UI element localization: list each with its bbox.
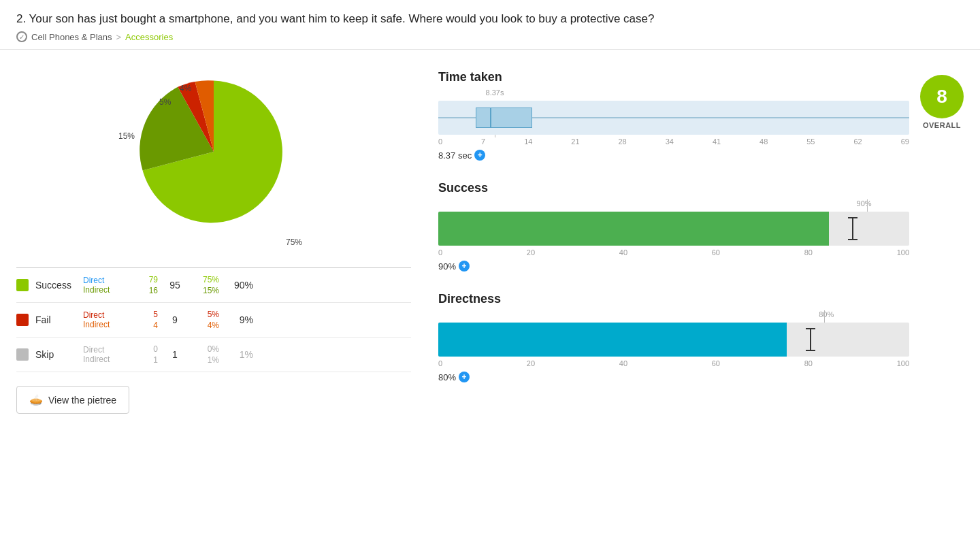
success-counts: 79 16 [137, 275, 158, 295]
directness-axis: 020406080100 [438, 359, 909, 367]
success-color-box [16, 279, 29, 291]
time-axis: 07142128344148556269 [438, 137, 909, 146]
pie-label-75pct: 75% [286, 237, 302, 247]
time-box-plot [438, 101, 909, 135]
skip-total: 1 [165, 349, 185, 360]
page: 2. Your son has just bought a smartphone… [0, 0, 980, 558]
pie-label-5pct: 5% [159, 97, 171, 107]
overall-label: OVERALL [923, 121, 961, 129]
success-label: Success [35, 280, 76, 291]
breadcrumb-active[interactable]: Accessories [125, 32, 173, 42]
directness-section: Directness 80% [438, 292, 909, 382]
fail-total: 9 [165, 314, 185, 325]
right-panel: Time taken 8.37s [438, 63, 964, 414]
skip-indirect-count: 1 [137, 355, 158, 365]
time-annotation-label: 8.37s [486, 88, 504, 97]
directness-value: 80% + [438, 372, 909, 382]
success-annotation: 90% [857, 199, 872, 208]
success-direct-count: 79 [137, 275, 158, 284]
breadcrumb-check-icon: ✓ [16, 31, 27, 42]
fail-indirect-pct: 4% [192, 321, 219, 330]
question-title: 2. Your son has just bought a smartphone… [16, 12, 964, 26]
stats-table: Success Direct Indirect 79 16 95 75% 15%… [16, 267, 411, 372]
stats-row-skip: Skip Direct Indirect 0 1 1 0% 1% 1% [16, 338, 411, 372]
success-axis: 020406080100 [438, 248, 909, 257]
directness-value-text: 80% [438, 372, 456, 382]
iqr-box [476, 108, 532, 128]
overall-value: 8 [936, 86, 947, 108]
skip-total-pct: 1% [226, 349, 253, 360]
fail-pcts: 5% 4% [192, 310, 219, 330]
time-value-text: 8.37 sec [438, 150, 472, 161]
time-taken-section: Time taken 8.37s [438, 70, 909, 161]
directness-error-line [810, 329, 811, 350]
error-bar-bottom-cap [848, 239, 858, 240]
directness-error-bottom-cap [806, 350, 815, 351]
fail-direct-label: Direct [83, 310, 131, 320]
success-error-bar [848, 217, 858, 240]
success-bar-fill [438, 212, 829, 246]
fail-total-pct: 9% [226, 314, 253, 325]
success-bar-chart [438, 212, 909, 246]
success-pcts: 75% 15% [192, 275, 219, 295]
fail-color-box [16, 314, 29, 326]
pietree-button-label: View the pietree [48, 395, 116, 406]
directness-bar-fill [438, 323, 787, 357]
fail-indirect-count: 4 [137, 321, 158, 330]
overall-circle: 8 [920, 75, 964, 118]
skip-direct-pct: 0% [192, 344, 219, 354]
time-value: 8.37 sec + [438, 150, 909, 161]
skip-indirect-label: Indirect [83, 355, 131, 364]
view-pietree-button[interactable]: 🥧 View the pietree [16, 386, 129, 414]
skip-direct-indirect: Direct Indirect [83, 345, 131, 364]
stats-row-success: Success Direct Indirect 79 16 95 75% 15%… [16, 268, 411, 303]
success-value: 90% + [438, 261, 909, 272]
fail-direct-indirect: Direct Indirect [83, 310, 131, 329]
pietree-icon: 🥧 [29, 393, 43, 406]
directness-title: Directness [438, 292, 909, 306]
left-panel: 4% 5% 15% 75% [16, 63, 411, 414]
success-total-pct: 90% [226, 280, 253, 291]
median-line [490, 108, 491, 128]
overall-badge: 8 OVERALL [920, 75, 964, 129]
pie-label-4pct: 4% [180, 84, 191, 93]
success-indirect-count: 16 [137, 286, 158, 295]
success-indirect-label: Indirect [83, 285, 131, 295]
fail-label: Fail [35, 314, 76, 325]
skip-pcts: 0% 1% [192, 344, 219, 365]
success-value-text: 90% [438, 261, 456, 272]
content: 4% 5% 15% 75% [0, 50, 980, 427]
breadcrumb-separator: > [116, 32, 122, 42]
header: 2. Your son has just bought a smartphone… [0, 0, 980, 50]
skip-direct-label: Direct [83, 345, 131, 355]
stats-row-fail: Fail Direct Indirect 5 4 9 5% 4% 9% [16, 303, 411, 338]
success-total: 95 [165, 280, 185, 291]
fail-indirect-label: Indirect [83, 320, 131, 329]
pie-chart-section: 4% 5% 15% 75% [112, 77, 316, 254]
success-plus-icon[interactable]: + [459, 261, 470, 272]
pie-label-15pct: 15% [118, 131, 135, 141]
success-direct-label: Direct [83, 276, 131, 285]
fail-direct-count: 5 [137, 310, 158, 319]
fail-direct-pct: 5% [192, 310, 219, 319]
skip-label: Skip [35, 349, 76, 360]
success-metric-title: Success [438, 181, 909, 195]
time-plus-icon[interactable]: + [474, 150, 485, 161]
success-direct-indirect: Direct Indirect [83, 276, 131, 295]
fail-counts: 5 4 [137, 310, 158, 330]
time-taken-title: Time taken [438, 70, 909, 84]
skip-indirect-pct: 1% [192, 355, 219, 365]
success-indirect-pct: 15% [192, 286, 219, 295]
directness-error-bar [806, 328, 815, 351]
skip-direct-count: 0 [137, 344, 158, 354]
directness-annotation: 80% [819, 310, 834, 318]
breadcrumb-parent[interactable]: Cell Phones & Plans [31, 32, 112, 42]
breadcrumb: ✓ Cell Phones & Plans > Accessories [16, 31, 964, 42]
directness-bar-chart [438, 323, 909, 357]
skip-counts: 0 1 [137, 344, 158, 365]
success-section: Success 90% [438, 181, 909, 272]
directness-plus-icon[interactable]: + [459, 372, 470, 382]
success-direct-pct: 75% [192, 275, 219, 284]
skip-color-box [16, 348, 29, 361]
error-bar-line [852, 218, 853, 239]
